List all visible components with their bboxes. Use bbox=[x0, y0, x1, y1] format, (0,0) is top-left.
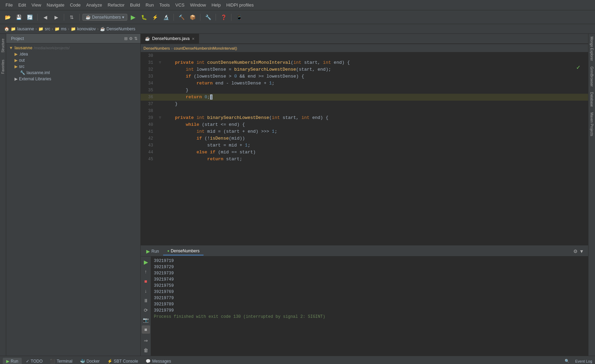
run-trash-button[interactable]: 🗑 bbox=[142, 346, 150, 354]
profile-button[interactable]: 🔬 bbox=[161, 12, 171, 22]
breadcrumb-lausanne[interactable]: 📁 lausanne bbox=[11, 27, 34, 31]
run-camera-button[interactable]: 📷 bbox=[142, 316, 150, 324]
menu-build[interactable]: Build bbox=[127, 1, 143, 9]
run-button[interactable]: ▶ bbox=[129, 13, 138, 22]
toolbar-sep-5 bbox=[200, 14, 200, 21]
database-tab[interactable]: Database bbox=[589, 89, 594, 110]
project-icon1[interactable]: ⊞ bbox=[124, 36, 128, 41]
tree-lausanne-iml[interactable]: 🔧 lausanne.iml bbox=[6, 70, 140, 76]
code-line-31: 31 ▽ private int countDenseNumbersInMono… bbox=[141, 59, 588, 66]
taskbar-run-btn[interactable]: ▶ Run bbox=[3, 358, 22, 364]
save-button[interactable]: 💾 bbox=[14, 12, 23, 22]
output-line-4: 39219759 bbox=[154, 283, 585, 289]
taskbar-todo-btn[interactable]: ✓ TODO bbox=[22, 358, 46, 364]
run-minimize-icon[interactable]: ▼ bbox=[579, 249, 584, 254]
favorites-tab-btn[interactable]: Favorites bbox=[0, 58, 6, 76]
maven-projects-tab[interactable]: Maven Projects bbox=[589, 110, 594, 139]
code-editor[interactable]: 30 31 ▽ private int countDenseNumbersInM… bbox=[141, 52, 588, 245]
event-log-label[interactable]: Event Log bbox=[575, 359, 592, 363]
run-config-selector[interactable]: ☕ DenseNumbers ▾ bbox=[82, 14, 127, 21]
editor-breadcrumb-sep: › bbox=[171, 46, 172, 50]
taskbar-docker-btn[interactable]: 🐳 Docker bbox=[77, 358, 103, 364]
bottom-tabs: ▶ Run ● DenseNumbers ⚙ ▼ bbox=[141, 246, 588, 256]
menu-refactor[interactable]: Refactor bbox=[105, 1, 127, 9]
taskbar-run-label: Run bbox=[11, 359, 18, 364]
run-down-button[interactable]: ↓ bbox=[142, 287, 150, 295]
gutter-checkmark: ✓ bbox=[576, 64, 581, 71]
module-button[interactable]: 📦 bbox=[188, 12, 197, 22]
run-square-button[interactable]: ■ bbox=[142, 325, 150, 334]
tree-external-libs[interactable]: ▶ External Libraries bbox=[6, 76, 140, 82]
menu-hidpi[interactable]: HiDPI profiles bbox=[224, 1, 256, 9]
run-tab[interactable]: ▶ Run bbox=[143, 249, 162, 254]
sync-button[interactable]: 🔄 bbox=[25, 12, 34, 22]
run-up-button[interactable]: ↑ bbox=[142, 267, 150, 276]
open-button[interactable]: 📂 bbox=[3, 12, 12, 22]
output-line-0: 39219719 bbox=[154, 258, 585, 264]
menu-tools[interactable]: Tools bbox=[157, 1, 172, 9]
editor-breadcrumb-class[interactable]: DenseNumbers bbox=[143, 46, 170, 50]
project-panel: Project ⊞ ⚙ ⇅ ▼ lausanne /media/work/pro… bbox=[6, 34, 141, 356]
coverage-button[interactable]: ⚡ bbox=[150, 12, 160, 22]
project-icon2[interactable]: ⚙ bbox=[129, 36, 133, 41]
structure-tab-btn[interactable]: Structure bbox=[0, 37, 6, 55]
run-refresh-button[interactable]: ⟳ bbox=[142, 306, 150, 314]
move-statement-up-button[interactable]: ⇅ bbox=[67, 12, 77, 22]
project-gear-icon[interactable]: ⇅ bbox=[134, 36, 138, 41]
run-settings-icon[interactable]: ⚙ bbox=[573, 249, 578, 254]
menu-file[interactable]: File bbox=[3, 1, 16, 9]
output-line-6: 39219779 bbox=[154, 295, 585, 301]
breadcrumb-ms[interactable]: 📁 ms bbox=[54, 27, 67, 31]
tree-root-lausanne[interactable]: ▼ lausanne /media/work/projects/ bbox=[6, 45, 140, 51]
debug-button[interactable]: 🐛 bbox=[139, 12, 149, 22]
run-config-icon: ☕ bbox=[86, 15, 91, 20]
menu-bar: File Edit View Navigate Code Analyze Ref… bbox=[0, 0, 595, 10]
menu-help[interactable]: Help bbox=[209, 1, 224, 9]
messages-icon: 💬 bbox=[146, 359, 151, 364]
output-process-msg: Process finished with exit code 130 (int… bbox=[154, 314, 585, 320]
menu-edit[interactable]: Edit bbox=[16, 1, 29, 9]
menu-navigate[interactable]: Navigate bbox=[44, 1, 67, 9]
tree-libs-label: External Libraries bbox=[19, 77, 51, 81]
sdk-button[interactable]: 🔧 bbox=[203, 12, 213, 22]
editor-tab-densenumbers[interactable]: ☕ DenseNumbers.java ✕ bbox=[141, 34, 199, 43]
run-stop-button[interactable]: ■ bbox=[142, 277, 150, 285]
editor-breadcrumb: DenseNumbers › countDenseNumbersInMonoIn… bbox=[141, 44, 588, 52]
build-button[interactable]: 🔨 bbox=[177, 12, 186, 22]
tree-idea[interactable]: ▶ .idea bbox=[6, 51, 140, 57]
taskbar-sbt-btn[interactable]: ⚡ SBT Console bbox=[104, 358, 141, 364]
menu-vcs[interactable]: VCS bbox=[172, 1, 187, 9]
code-line-45: 45 return start; bbox=[141, 156, 588, 163]
todo-icon: ✓ bbox=[26, 359, 29, 364]
menu-run[interactable]: Run bbox=[143, 1, 157, 9]
forward-button[interactable]: ▶ bbox=[51, 12, 61, 22]
main-area: Structure Favorites Project ⊞ ⚙ ⇅ ▼ laus… bbox=[0, 34, 595, 356]
back-button[interactable]: ◀ bbox=[40, 12, 50, 22]
project-tab-label[interactable]: Project bbox=[9, 36, 26, 42]
run-pause-button[interactable]: ⏸ bbox=[142, 296, 150, 305]
tree-src[interactable]: ▶ src bbox=[6, 63, 140, 70]
run-scroll-button[interactable]: ⇒ bbox=[142, 336, 150, 345]
menu-analyze[interactable]: Analyze bbox=[83, 1, 105, 9]
run-restart-button[interactable]: ▶ bbox=[142, 258, 150, 266]
tree-out[interactable]: ▶ out bbox=[6, 57, 140, 63]
menu-window[interactable]: Window bbox=[187, 1, 209, 9]
taskbar-messages-btn[interactable]: 💬 Messages bbox=[142, 358, 175, 364]
device-button[interactable]: 📱 bbox=[234, 12, 244, 22]
menu-view[interactable]: View bbox=[29, 1, 44, 9]
tab-close-icon[interactable]: ✕ bbox=[192, 37, 195, 41]
toolbar-sep-1 bbox=[37, 14, 38, 21]
menu-code[interactable]: Code bbox=[67, 1, 83, 9]
densenumbers-run-tab[interactable]: ● DenseNumbers bbox=[163, 247, 204, 255]
help-button[interactable]: ❓ bbox=[219, 12, 228, 22]
breadcrumb-konovalov[interactable]: 📁 konovalov bbox=[71, 27, 96, 31]
run-output: 39219719 39219729 39219739 39219749 3921… bbox=[151, 256, 588, 356]
breadcrumb-src[interactable]: 📁 src bbox=[38, 27, 50, 31]
mongo-explorer-tab[interactable]: Mongo Explorer bbox=[589, 34, 594, 64]
editor-breadcrumb-method[interactable]: countDenseNumbersInMonoInterval() bbox=[174, 46, 237, 50]
grim-browser-tab[interactable]: GrimBrowser bbox=[589, 64, 594, 89]
breadcrumb-densenumbers[interactable]: ☕ DenseNumbers bbox=[100, 27, 135, 31]
taskbar-terminal-btn[interactable]: ⬛ Terminal bbox=[47, 358, 76, 364]
run-panel: ▶ ↑ ■ ↓ ⏸ ⟳ 📷 ■ ⇒ 🗑 39219719 39219729 39… bbox=[141, 256, 588, 356]
output-line-8: 39219799 bbox=[154, 307, 585, 314]
